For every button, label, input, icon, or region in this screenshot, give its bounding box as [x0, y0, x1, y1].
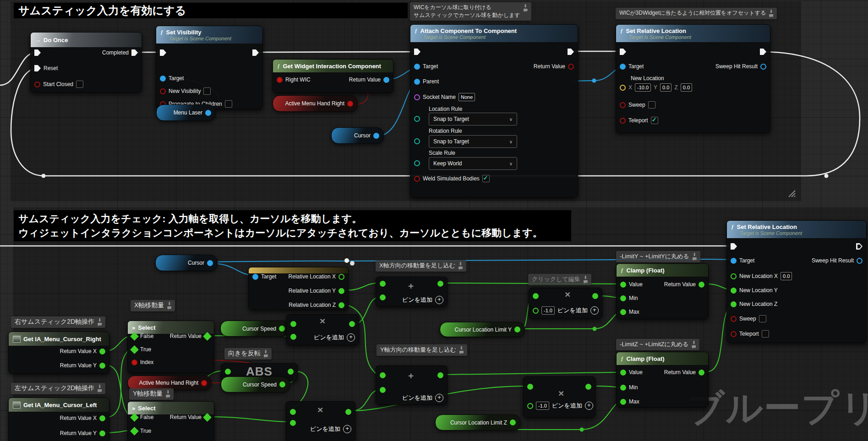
comment-x-move[interactable]: X軸移動量 — [131, 300, 175, 311]
node-clamp-float-2[interactable]: ƒ Clamp (Float) Value Return Value Min M… — [616, 352, 709, 408]
teleport-pin[interactable] — [620, 118, 626, 124]
socket-name-pin[interactable] — [414, 94, 420, 100]
return-value-pin[interactable] — [203, 332, 211, 340]
comment-wic-offset[interactable]: WICが3DWidgetに当たるように相対位置をオフセットする — [616, 8, 777, 19]
node-get-ia-menu-cursor-left[interactable]: Get IA_Menu_Cursor_Left Return Value X R… — [8, 397, 109, 441]
return-value-x-pin[interactable] — [99, 415, 105, 421]
min-pin[interactable] — [620, 295, 626, 301]
variable-cursor[interactable]: Cursor — [331, 127, 384, 144]
output-pin[interactable] — [279, 326, 285, 332]
comment-clamp-z[interactable]: -LimitZ ~ +LimitZに丸める — [616, 339, 699, 350]
comment-invert[interactable]: 向きを反転 — [224, 348, 272, 359]
teleport-checkbox[interactable] — [762, 330, 769, 338]
new-location-x-pin[interactable] — [731, 273, 737, 279]
add-pin-button[interactable]: ピンを追加 — [402, 394, 443, 402]
return-value-x-pin[interactable] — [99, 348, 105, 354]
node-multiply-neg-1[interactable]: × -1.0 ピンを追加 — [529, 288, 602, 319]
output-pin[interactable] — [207, 260, 213, 266]
teleport-pin[interactable] — [731, 331, 737, 337]
node-get-relative-location[interactable]: Target Relative Location X Relative Loca… — [248, 267, 349, 310]
node-get-ia-menu-cursor-right[interactable]: Get IA_Menu_Cursor_Right Return Value X … — [8, 332, 109, 374]
output-pin[interactable] — [288, 369, 294, 375]
weld-pin[interactable] — [414, 176, 420, 182]
exec-reset-pin[interactable] — [34, 65, 41, 71]
comment-clamp-y[interactable]: -LimitY ~ +LimitYに丸める — [616, 251, 700, 262]
rotation-rule-dropdown[interactable]: Snap to Target — [429, 135, 517, 148]
output-pin[interactable] — [205, 110, 211, 116]
max-pin[interactable] — [620, 399, 626, 405]
exec-completed-pin[interactable] — [131, 49, 138, 56]
location-rule-dropdown[interactable]: Snap to Target — [429, 113, 517, 125]
min-pin[interactable] — [620, 385, 626, 391]
node-attach-component[interactable]: ƒ Attach Component To Component Target i… — [410, 24, 578, 198]
output-pin[interactable] — [345, 409, 351, 415]
variable-cursor-speed-2[interactable]: Cursor Speed — [221, 376, 290, 392]
new-location-pin[interactable] — [620, 85, 626, 91]
new-visibility-checkbox[interactable] — [203, 87, 211, 95]
new-location-y-input[interactable]: 0.0 — [660, 83, 671, 92]
add-pin-button[interactable]: ピンを追加 — [552, 402, 593, 410]
sweep-hit-result-pin[interactable] — [857, 258, 863, 264]
node-select-2[interactable]: » Select False Return Value True — [127, 401, 214, 441]
add-pin-button[interactable]: ピンを追加 — [402, 296, 443, 304]
variable-cursor-speed-1[interactable]: Cursor Speed — [220, 321, 289, 337]
add-pin-button[interactable]: ピンを追加 — [314, 333, 355, 342]
new-location-y-pin[interactable] — [731, 288, 737, 294]
comment-y-add[interactable]: Y軸方向の移動量を足し込む — [377, 344, 467, 356]
output-pin[interactable] — [437, 372, 443, 378]
exec-out-pin[interactable] — [252, 49, 259, 56]
output-pin[interactable] — [510, 419, 516, 425]
comment-click-to-edit[interactable]: クリックして編集 — [528, 274, 591, 285]
comment-title-section1[interactable]: サムスティック入力を有効にする — [14, 3, 408, 18]
node-select-1[interactable]: » Select False Return Value True Index — [127, 321, 214, 373]
relative-location-y-pin[interactable] — [338, 288, 344, 294]
input-b-pin[interactable] — [527, 403, 533, 409]
return-value-pin[interactable] — [699, 282, 704, 288]
location-rule-pin[interactable] — [414, 116, 420, 122]
node-set-visibility[interactable]: ƒ Set Visibility Target is Scene Compone… — [156, 26, 263, 109]
add-pin-button[interactable]: ピンを追加 — [310, 425, 351, 433]
variable-menu-laser[interactable]: Menu Laser — [156, 104, 216, 121]
return-value-pin[interactable] — [203, 413, 211, 421]
return-value-pin[interactable] — [699, 370, 704, 376]
start-closed-checkbox[interactable] — [76, 81, 83, 88]
sweep-hit-result-pin[interactable] — [760, 64, 766, 70]
output-pin[interactable] — [437, 281, 443, 287]
node-add-2[interactable]: + ピンを追加 — [376, 365, 448, 405]
node-multiply-3[interactable]: × ピンを追加 — [286, 401, 355, 441]
comment-left-stick[interactable]: 左サムスティック2D軸操作 — [11, 383, 105, 394]
add-pin-button[interactable]: ピンを追加 — [557, 306, 599, 315]
variable-cursor-location-limit-z[interactable]: Cursor Location Limit Z — [435, 414, 520, 430]
comment-x-add[interactable]: X軸方向の移動量を足し込む — [376, 260, 466, 272]
exec-out-pin[interactable] — [568, 49, 574, 55]
scale-rule-dropdown[interactable]: Keep World — [429, 157, 517, 170]
variable-active-menu-hand-right[interactable]: Active Menu Hand Right — [273, 95, 358, 112]
parent-pin[interactable] — [414, 79, 420, 85]
sweep-checkbox[interactable] — [648, 101, 655, 109]
return-value-pin[interactable] — [568, 64, 574, 70]
new-location-x-input[interactable]: 0.0 — [781, 272, 792, 280]
start-closed-pin[interactable] — [34, 82, 40, 87]
index-pin[interactable] — [131, 359, 137, 365]
output-pin[interactable] — [585, 384, 591, 390]
node-get-widget-interaction-component[interactable]: ƒ Get Widget Interaction Component Right… — [273, 59, 393, 93]
new-visibility-pin[interactable] — [160, 88, 166, 94]
scale-rule-pin[interactable] — [414, 160, 420, 166]
true-pin[interactable] — [130, 345, 138, 354]
comment-y-move[interactable]: Y軸移動量 — [129, 388, 174, 400]
sweep-pin[interactable] — [731, 316, 737, 322]
input-b-pin[interactable] — [533, 308, 539, 314]
node-clamp-float-1[interactable]: ƒ Clamp (Float) Value Return Value Min M… — [616, 263, 709, 319]
variable-cursor-2[interactable]: Cursor — [155, 255, 218, 271]
new-location-z-pin[interactable] — [731, 301, 737, 307]
new-location-z-input[interactable]: 0.0 — [681, 83, 692, 92]
sweep-checkbox[interactable] — [759, 315, 766, 322]
node-add-1[interactable]: + ピンを追加 — [376, 277, 448, 307]
rotation-rule-pin[interactable] — [414, 138, 420, 144]
exec-out-pin[interactable] — [760, 49, 766, 55]
value-input[interactable]: -1.0 — [536, 402, 549, 410]
output-pin[interactable] — [592, 293, 598, 299]
return-value-pin[interactable] — [383, 77, 389, 83]
target-pin[interactable] — [160, 76, 166, 82]
weld-checkbox[interactable] — [482, 175, 490, 182]
